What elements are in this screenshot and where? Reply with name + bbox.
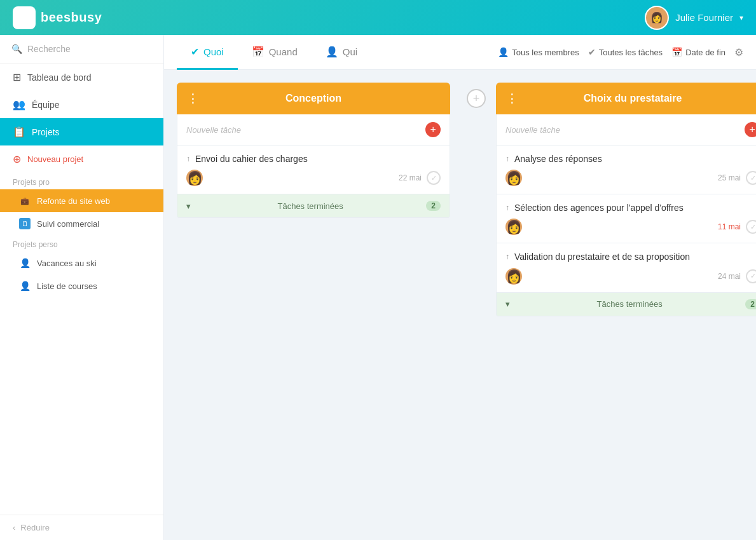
- perso-section-label: Projets perso: [0, 235, 163, 252]
- settings-icon[interactable]: ⚙: [734, 46, 743, 58]
- sidebar-subitem-label: Liste de courses: [37, 281, 97, 291]
- add-task-button-prestataire[interactable]: +: [745, 122, 756, 137]
- user-name: Julie Fournier: [675, 12, 733, 23]
- col-menu-icon[interactable]: ⋮: [187, 91, 198, 105]
- task-title-2[interactable]: Analyse des réponses: [514, 153, 756, 165]
- sidebar-subitem-courses[interactable]: 👤 Liste de courses: [0, 274, 163, 297]
- task-check-button-2[interactable]: ✓: [746, 171, 756, 185]
- completed-label-2: Tâches terminées: [596, 299, 662, 309]
- completed-section-conception[interactable]: ▾ Tâches terminées 2: [177, 194, 450, 218]
- filter-date[interactable]: 📅 Date de fin: [671, 47, 725, 57]
- task-avatar-4: 👩: [505, 268, 522, 285]
- sidebar-item-dashboard[interactable]: ⊞ Tableau de bord: [0, 64, 163, 91]
- completed-section-prestataire[interactable]: ▾ Tâches terminées 2: [496, 293, 756, 316]
- avatar-emoji-3: 👩: [506, 219, 522, 235]
- tasks-icon: ✔: [588, 47, 596, 57]
- reduce-label: Réduire: [20, 523, 50, 532]
- sidebar-item-label: Tableau de bord: [27, 72, 91, 83]
- task-title-row-3: ↑ Sélection des agences pour l'appel d'o…: [505, 202, 756, 213]
- sidebar: 🔍 Recherche ⊞ Tableau de bord 👥 Équipe 📋…: [0, 35, 164, 540]
- new-project-button[interactable]: ⊕ Nouveau projet: [0, 145, 163, 173]
- task-footer: 👩 22 mai ✓: [186, 170, 441, 186]
- sidebar-item-team[interactable]: 👥 Équipe: [0, 91, 163, 118]
- top-navigation: beesbusy 👩 Julie Fournier ▾: [0, 0, 756, 35]
- task-check-button-4[interactable]: ✓: [746, 269, 756, 283]
- task-arrow-icon-4: ↑: [505, 252, 509, 261]
- completed-count: 2: [426, 201, 441, 211]
- team-icon: 👥: [13, 98, 25, 111]
- chevron-left-icon: ‹: [13, 523, 15, 532]
- task-check-button[interactable]: ✓: [427, 171, 441, 185]
- user-menu[interactable]: 👩 Julie Fournier ▾: [645, 6, 743, 30]
- tab-label: Quand: [269, 46, 298, 57]
- task-footer-2: 👩 25 mai ✓: [505, 170, 756, 186]
- kanban-column-prestataire: ⋮ Choix du prestataire ⋮ Nouvelle tâche …: [496, 83, 756, 316]
- completed-label: Tâches terminées: [277, 201, 343, 211]
- pro-section-label: Projets pro: [0, 173, 163, 189]
- sidebar-item-label: Projets: [32, 127, 60, 137]
- col-header-prestataire: ⋮ Choix du prestataire ⋮: [496, 83, 756, 114]
- dashboard-icon: ⊞: [13, 71, 21, 83]
- plus-icon: ⊕: [13, 153, 21, 165]
- task-arrow-icon-3: ↑: [505, 203, 509, 212]
- tab-label: Quoi: [203, 46, 224, 57]
- tab-quoi[interactable]: ✔ Quoi: [177, 36, 238, 70]
- kanban-column-conception: ⋮ Conception ⋮ Nouvelle tâche + ↑ Envoi …: [177, 83, 450, 218]
- sidebar-subitem-label: Refonte du site web: [37, 196, 110, 206]
- kanban-board: ⋮ Conception ⋮ Nouvelle tâche + ↑ Envoi …: [164, 70, 756, 540]
- add-task-button-conception[interactable]: +: [425, 122, 441, 137]
- task-card-2: ↑ Analyse des réponses 👩 25 mai ✓: [496, 145, 756, 194]
- col-header-conception: ⋮ Conception ⋮: [177, 83, 450, 114]
- avatar: 👩: [645, 6, 669, 30]
- filter-date-label: Date de fin: [685, 48, 725, 57]
- completed-count-2: 2: [745, 299, 756, 309]
- new-task-row-prestataire: Nouvelle tâche +: [496, 114, 756, 145]
- tab-quand[interactable]: 📅 Quand: [238, 36, 312, 70]
- add-column-button-1[interactable]: +: [467, 89, 486, 108]
- task-date-4: 24 mai: [718, 272, 741, 281]
- new-task-placeholder-2: Nouvelle tâche: [505, 125, 560, 135]
- task-date: 22 mai: [399, 173, 422, 182]
- check-icon: ✔: [191, 46, 199, 58]
- sidebar-subitem-refonte[interactable]: 💼 Refonte du site web: [0, 189, 163, 212]
- filter-tasks[interactable]: ✔ Toutes les tâches: [588, 47, 663, 57]
- sidebar-item-projects[interactable]: 📋 Projets: [0, 118, 163, 145]
- projects-icon: 📋: [13, 126, 25, 138]
- task-title-row: ↑ Analyse des réponses: [505, 153, 756, 165]
- content-area: ✔ Quoi 📅 Quand 👤 Qui 👤 Tous les membres …: [164, 35, 756, 540]
- date-icon: 📅: [671, 47, 682, 57]
- task-card-3: ↑ Sélection des agences pour l'appel d'o…: [496, 194, 756, 243]
- chevron-down-icon: ▾: [739, 13, 743, 22]
- calendar-icon: 📅: [252, 46, 265, 58]
- task-arrow-icon: ↑: [186, 154, 190, 163]
- filters-bar: 👤 Tous les membres ✔ Toutes les tâches 📅…: [498, 46, 743, 58]
- search-icon: 🔍: [11, 44, 22, 54]
- task-avatar: 👩: [186, 170, 203, 186]
- person-icon-2: 👤: [19, 280, 31, 292]
- avatar-emoji-4: 👩: [506, 268, 522, 285]
- sidebar-subitem-vacances[interactable]: 👤 Vacances au ski: [0, 252, 163, 274]
- col-title-conception: Conception: [198, 93, 429, 104]
- logo: beesbusy: [13, 6, 102, 29]
- person-icon: 👤: [19, 257, 31, 269]
- tab-qui[interactable]: 👤 Qui: [312, 36, 371, 70]
- task-footer-3: 👩 11 mai ✓: [505, 219, 756, 235]
- col-menu-icon-2[interactable]: ⋮: [506, 91, 518, 105]
- task-title-4[interactable]: Validation du prestataire et de sa propo…: [514, 251, 756, 262]
- task-title-row-4: ↑ Validation du prestataire et de sa pro…: [505, 251, 756, 262]
- sidebar-item-label: Équipe: [32, 100, 60, 110]
- members-icon: 👤: [498, 47, 509, 57]
- filter-members[interactable]: 👤 Tous les membres: [498, 47, 579, 57]
- note-icon: 🗒: [19, 218, 31, 229]
- task-avatar-2: 👩: [505, 170, 522, 186]
- task-avatar-3: 👩: [505, 219, 522, 235]
- chevron-down-icon: ▾: [186, 201, 191, 211]
- sidebar-subitem-suivi[interactable]: 🗒 Suivi commercial: [0, 212, 163, 235]
- task-date-2: 25 mai: [718, 173, 741, 182]
- task-check-button-3[interactable]: ✓: [746, 220, 756, 234]
- task-title-3[interactable]: Sélection des agences pour l'appel d'off…: [514, 202, 756, 213]
- task-title[interactable]: Envoi du cahier des charges: [195, 153, 441, 165]
- search-bar[interactable]: 🔍 Recherche: [0, 35, 163, 64]
- reduce-button[interactable]: ‹ Réduire: [0, 515, 163, 540]
- task-card: ↑ Envoi du cahier des charges 👩 22 mai ✓: [177, 145, 450, 194]
